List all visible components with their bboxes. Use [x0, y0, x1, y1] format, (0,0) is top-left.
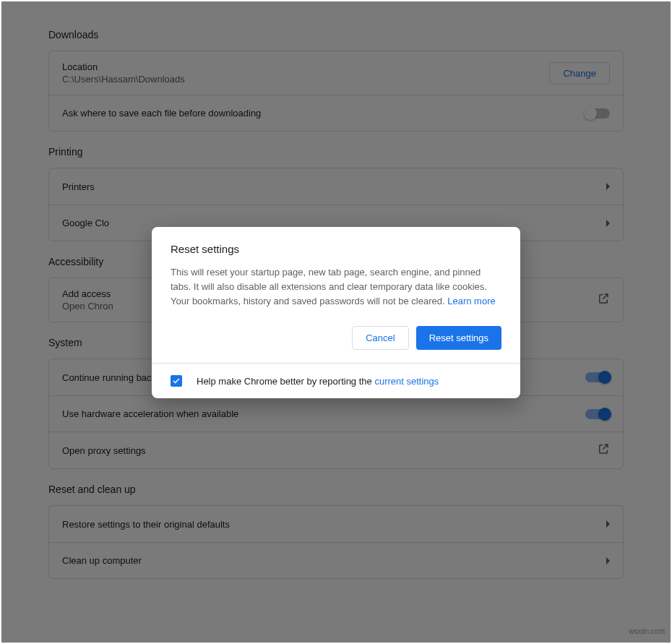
cancel-button[interactable]: Cancel [352, 326, 408, 350]
dialog-body-text: This will reset your startup page, new t… [171, 267, 487, 306]
help-prefix: Help make Chrome better by reporting the [197, 376, 374, 387]
dialog-text: This will reset your startup page, new t… [171, 265, 501, 309]
current-settings-link[interactable]: current settings [374, 376, 439, 387]
dialog-title: Reset settings [171, 243, 501, 255]
reset-settings-button[interactable]: Reset settings [416, 326, 501, 350]
help-report-text: Help make Chrome better by reporting the… [197, 376, 439, 387]
learn-more-link[interactable]: Learn more [447, 296, 495, 306]
reset-settings-dialog: Reset settings This will reset your star… [152, 227, 520, 398]
modal-overlay: Reset settings This will reset your star… [1, 1, 671, 643]
help-report-checkbox[interactable] [171, 375, 182, 387]
watermark-text: wsxdn.com [629, 627, 665, 635]
